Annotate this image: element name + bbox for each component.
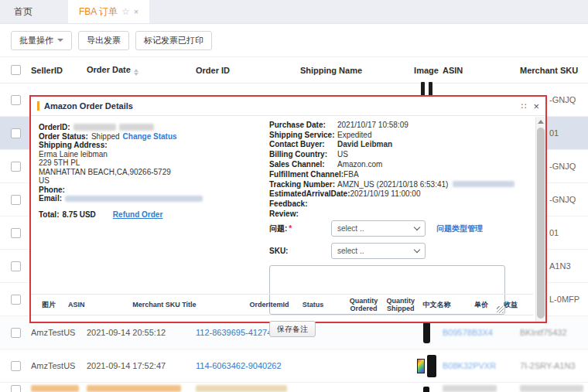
title-accent-bar: [37, 101, 39, 111]
items-header-unit-price: 单价: [474, 301, 504, 308]
header-order-id[interactable]: Order ID: [196, 66, 300, 75]
question-label: 问题:*: [269, 223, 331, 234]
export-invoice-button[interactable]: 导出发票: [78, 31, 129, 50]
orders-table-header: SellerID Order Date Order ID Shipping Na…: [0, 56, 588, 84]
caret-down-icon: [57, 39, 63, 42]
phone-label: Phone:: [39, 186, 65, 195]
order-id-label: OrderID:: [39, 123, 70, 132]
items-header-sku-title: Merchant SKU Title: [132, 301, 249, 308]
purchase-date-label: Purchase Date:: [269, 121, 337, 129]
row-checkbox[interactable]: [11, 328, 21, 338]
order-status-value: Shipped: [91, 132, 120, 141]
items-header-qty-ordered: Quantity Ordered: [347, 297, 380, 312]
tab-home[interactable]: 首页: [0, 0, 46, 23]
export-invoice-label: 导出发票: [87, 35, 121, 46]
items-header-qty-shipped: Quantity Shipped: [385, 297, 417, 312]
sales-channel-value: Amazon.com: [337, 160, 382, 169]
change-status-link[interactable]: Change Status: [123, 132, 177, 141]
row-checkbox[interactable]: [11, 361, 21, 371]
header-seller-id[interactable]: SellerID: [31, 66, 87, 75]
tab-home-label: 首页: [14, 5, 32, 19]
row-checkbox[interactable]: [11, 228, 21, 238]
sku-select-value: select ..: [337, 247, 364, 255]
sort-icon[interactable]: [134, 69, 138, 76]
header-image[interactable]: Image: [410, 66, 443, 75]
billing-country-value: US: [337, 150, 348, 159]
sku-select[interactable]: select ..: [331, 243, 426, 259]
sku-label: SKU:: [269, 247, 331, 255]
select-all-checkbox[interactable]: [11, 65, 21, 75]
tab-fba-orders[interactable]: FBA 订单 ☆ ×: [68, 0, 149, 23]
header-merchant-sku[interactable]: Merchant SKU: [520, 66, 588, 75]
header-order-date-label: Order Date: [87, 65, 131, 74]
shipping-address-label: Shipping Address:: [39, 141, 108, 150]
row-checkbox[interactable]: [11, 261, 21, 271]
items-header-asin: ASIN: [68, 301, 132, 308]
header-order-date[interactable]: Order Date: [87, 65, 196, 76]
redacted-order-date: [87, 385, 181, 392]
product-image: [417, 359, 425, 373]
redacted-seller-id: [31, 385, 79, 392]
tab-fba-orders-label: FBA 订单: [79, 5, 118, 19]
items-header-chinese-name: 中文名称: [423, 301, 466, 308]
table-row[interactable]: AmzTestUS 2021-09-14 17:52:47 114-606346…: [0, 349, 588, 383]
total-value: 8.75 USD: [62, 210, 95, 220]
mark-invoice-printed-button[interactable]: 标记发票已打印: [135, 31, 212, 50]
scroll-up-icon[interactable]: [536, 117, 545, 127]
items-header-status: Status: [303, 301, 348, 308]
address-line: Erma Laine leibman: [39, 150, 267, 159]
row-checkbox[interactable]: [11, 162, 21, 172]
address-line: MANHATTAN BEACH,CA,90266-5729: [39, 168, 267, 177]
contact-buyer-link[interactable]: David Leibman: [337, 140, 392, 148]
favorite-star-icon[interactable]: ☆: [121, 6, 130, 17]
order-details-panel: Purchase Date:2021/10/17 10:58:09 Shippi…: [269, 120, 525, 219]
table-row[interactable]: [0, 383, 588, 392]
required-asterisk: *: [289, 224, 292, 233]
question-select[interactable]: select ..: [331, 220, 426, 237]
scrollbar-thumb[interactable]: [537, 128, 545, 319]
order-date: 2021-09-14 17:52:47: [87, 361, 196, 370]
row-checkbox[interactable]: [11, 195, 21, 205]
dialog-close-icon[interactable]: ×: [533, 101, 539, 112]
header-shipping-name[interactable]: Shipping Name: [300, 66, 410, 75]
sales-channel-label: Sales Channel:: [269, 160, 337, 169]
question-select-value: select ..: [337, 224, 364, 233]
email-label: Email:: [39, 194, 62, 203]
fulfillment-channel-value: FBA: [344, 170, 358, 179]
order-id-link[interactable]: 112-8639695-4127418: [196, 328, 282, 337]
contact-buyer-label: Contact Buyer:: [269, 140, 337, 148]
redacted-asin: [443, 385, 497, 392]
batch-actions-label: 批量操作: [19, 35, 53, 46]
tab-close-icon[interactable]: ×: [134, 7, 138, 16]
shipping-service-value: Expedited: [337, 131, 371, 139]
row-checkbox[interactable]: [11, 385, 21, 392]
asin-link[interactable]: B08K32PVXR: [443, 361, 496, 370]
row-checkbox[interactable]: [11, 95, 21, 105]
dialog-scrollbar[interactable]: [535, 117, 545, 322]
items-header-image: 图片: [42, 301, 68, 308]
estimated-arrival-value: 2021/10/19 11:00:00: [350, 189, 420, 198]
total-label: Total:: [39, 210, 59, 220]
header-asin[interactable]: ASIN: [443, 66, 520, 75]
save-note-button[interactable]: 保存备注: [269, 321, 316, 337]
order-id-link[interactable]: 114-6063462-9040262: [196, 361, 282, 370]
manage-question-types-link[interactable]: 问题类型管理: [436, 223, 483, 234]
refund-order-link[interactable]: Refund Order: [113, 210, 162, 220]
items-header-profit: 收益: [504, 301, 533, 308]
dialog-title-bar[interactable]: Amazon Order Details ∷ ×: [31, 97, 545, 116]
address-line: 229 5TH PL: [39, 159, 267, 168]
dialog-drag-icon[interactable]: ∷: [521, 101, 527, 111]
amazon-order-details-dialog: Amazon Order Details ∷ × OrderID: Order …: [29, 95, 547, 323]
toolbar: 批量操作 导出发票 标记发票已打印: [0, 24, 588, 56]
chevron-down-icon: [414, 224, 420, 230]
product-image: [427, 355, 436, 377]
redacted-order-id: [196, 385, 287, 392]
batch-actions-button[interactable]: 批量操作: [11, 31, 72, 50]
order-date: 2021-09-14 20:55:12: [87, 328, 196, 337]
mark-invoice-printed-label: 标记发票已打印: [144, 35, 203, 46]
row-checkbox[interactable]: [11, 128, 21, 138]
order-note-form: 问题:* select .. 问题类型管理 SKU: select .. 保存备…: [269, 220, 532, 337]
seller-id: AmzTestUS: [31, 328, 87, 337]
row-checkbox[interactable]: [11, 295, 21, 305]
shipping-service-label: Shipping Service:: [269, 131, 337, 139]
